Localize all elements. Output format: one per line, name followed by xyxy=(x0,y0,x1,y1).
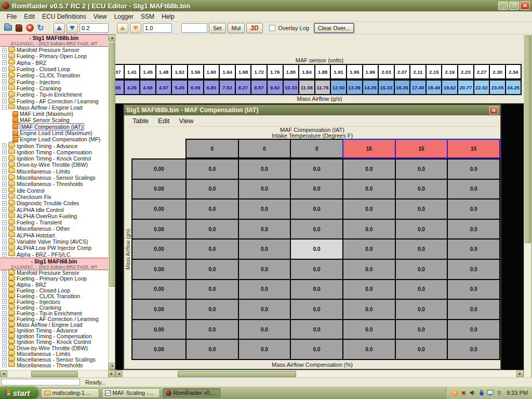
expand-icon[interactable]: + xyxy=(2,176,7,180)
map-cell[interactable]: 0.0 xyxy=(343,159,395,179)
expand-icon[interactable]: + xyxy=(2,79,7,84)
tree-category-ignition-timing-advance[interactable]: +Ignition Timing - Advance xyxy=(0,142,108,149)
close-image-icon[interactable]: ✕ xyxy=(25,23,34,33)
tree-category-manifold-pressure-sensor[interactable]: +Manifold Pressure Sensor xyxy=(0,47,108,53)
map-cell[interactable]: 0.0 xyxy=(291,220,342,239)
map-row-header[interactable]: 0.00 xyxy=(132,260,185,279)
refresh-icon[interactable]: ↻ xyxy=(36,23,45,33)
maf-volts-cell[interactable]: 1.64 xyxy=(219,64,236,79)
scroll-down-icon[interactable]: ▼ xyxy=(109,363,115,370)
expand-icon[interactable]: + xyxy=(2,156,7,161)
restore-button[interactable]: ❐ xyxy=(509,2,519,10)
map-row-header[interactable]: 0.00 xyxy=(132,180,185,199)
map-cell[interactable]: 0.0 xyxy=(448,260,499,279)
maf-volts-cell[interactable]: 1.80 xyxy=(283,64,300,79)
scrollbar-thumb[interactable] xyxy=(525,35,531,243)
expand-icon[interactable]: + xyxy=(2,99,7,103)
mass-airflow-cell[interactable]: 4.97 xyxy=(155,79,172,95)
status-input[interactable] xyxy=(1,379,80,385)
tree-category-alpha-brz[interactable]: +Alpha - BRZ xyxy=(0,60,108,66)
expand-icon[interactable]: + xyxy=(2,220,7,225)
map-cell[interactable]: 0.0 xyxy=(239,260,290,279)
map-cell[interactable]: 0.0 xyxy=(239,159,290,179)
map-row-header[interactable]: 0.00 xyxy=(132,320,185,339)
map-cell[interactable]: 0.0 xyxy=(187,159,238,179)
tree-category-ignition-timing-advance[interactable]: +Ignition Timing - Advance xyxy=(0,328,108,334)
maf-volts-cell[interactable]: 2.03 xyxy=(378,64,395,79)
expand-icon[interactable]: + xyxy=(2,246,7,250)
map-cell[interactable]: 0.0 xyxy=(448,200,499,219)
map-cell[interactable]: 0.0 xyxy=(291,260,342,279)
map-cell[interactable]: 0.0 xyxy=(187,220,238,239)
mass-airflow-cell[interactable]: 11.08 xyxy=(298,79,315,95)
map-cell[interactable]: 0.0 xyxy=(291,180,342,199)
map-cell[interactable]: 0.0 xyxy=(343,340,395,359)
tree-category-miscellaneous-sensor-scalings[interactable]: +Miscellaneous - Sensor Scalings xyxy=(0,356,108,362)
minimize-button[interactable]: _ xyxy=(498,2,508,10)
map-cell[interactable]: 0.0 xyxy=(239,180,290,199)
maf-volts-cell[interactable]: 2.19 xyxy=(441,64,458,79)
expand-icon[interactable]: + xyxy=(2,92,7,97)
map-cell[interactable]: 0.0 xyxy=(187,240,238,259)
expand-icon[interactable]: + xyxy=(2,214,7,218)
tree-category-alpha-brz-pfs-lc[interactable]: +Alpha - BRZ - PFS/LC xyxy=(0,251,108,258)
map-cell[interactable]: 0.0 xyxy=(239,320,290,339)
tree-category-drive-by-wire-throttle-dbw[interactable]: +Drive-by-Wire Throttle (DBW) xyxy=(0,345,108,351)
expand-icon[interactable]: + xyxy=(2,363,7,367)
tree-category-fueling-af-correction-learning[interactable]: +Fueling - AF Correction / Learning xyxy=(0,98,108,104)
taskbar-task-mafscaling-1[interactable]: mafscaling-1.... xyxy=(41,388,99,398)
map-cell[interactable]: 0.0 xyxy=(448,180,499,199)
scrollbar-thumb[interactable] xyxy=(31,371,78,377)
mass-airflow-cell[interactable]: 12.50 xyxy=(330,79,347,95)
map-row-header[interactable]: 0.00 xyxy=(132,159,185,179)
network-error-icon[interactable]: ✖ xyxy=(460,390,467,396)
tree-category-diagnostic-trouble-codes[interactable]: +Diagnostic Trouble Codes xyxy=(0,200,108,206)
3d-button[interactable]: 3D xyxy=(246,23,262,33)
map-row-header[interactable]: 0.00 xyxy=(132,200,185,219)
menu-help[interactable]: Help xyxy=(158,12,178,21)
mass-airflow-cell[interactable]: 4.68 xyxy=(139,79,156,95)
map-cell[interactable]: 0.0 xyxy=(291,320,342,339)
expand-icon[interactable]: + xyxy=(2,288,7,292)
tree-category-drive-by-wire-throttle-dbw[interactable]: +Drive-by-Wire Throttle (DBW) xyxy=(0,162,108,168)
expand-icon[interactable]: + xyxy=(2,271,7,275)
tree-category-ignition-timing-compensation[interactable]: +Ignition Timing - Compensation xyxy=(0,334,108,339)
tree-category-alpha-hotstart[interactable]: +ALPHA Hotstart xyxy=(0,232,108,238)
tree-category-mass-airflow-engine-load[interactable]: −Mass Airflow / Engine Load xyxy=(0,104,108,111)
scroll-right-icon[interactable]: ► xyxy=(516,370,524,378)
map-column-header[interactable]: 0 xyxy=(291,140,342,157)
map-cell[interactable]: 0.0 xyxy=(187,280,238,299)
mass-airflow-cell[interactable]: 4.25 xyxy=(124,79,141,95)
map-menu-view[interactable]: View xyxy=(175,116,197,126)
rom-header[interactable]: - Stg1 MAFt68.binZA1JA01C, : 2013 Subaru… xyxy=(0,258,108,270)
map-cell[interactable]: 0.0 xyxy=(396,320,447,339)
expand-icon[interactable]: + xyxy=(2,334,7,339)
map-cell[interactable]: 0.0 xyxy=(187,300,238,319)
tree-category-miscellaneous-thresholds[interactable]: +Miscellaneous - Thresholds xyxy=(0,362,108,368)
tree-category-idle-control[interactable]: +Idle Control xyxy=(0,188,108,194)
expand-icon[interactable]: + xyxy=(2,73,7,78)
taskbar-task-romraider-v0[interactable]: RomRaider v0... xyxy=(163,388,221,398)
maf-volts-cell[interactable]: 2.11 xyxy=(409,64,427,79)
map-cell[interactable]: 0.0 xyxy=(343,260,395,279)
expand-icon[interactable]: + xyxy=(2,163,7,167)
expand-icon[interactable]: + xyxy=(2,311,7,316)
maf-volts-cell[interactable]: 1.72 xyxy=(250,64,268,79)
mass-airflow-cell[interactable]: 10.33 xyxy=(283,79,300,95)
mass-airflow-cell[interactable]: 5.45 xyxy=(171,79,188,95)
map-cell[interactable]: 0.0 xyxy=(448,300,499,319)
fine-increment-button[interactable] xyxy=(117,23,128,33)
start-button[interactable]: start xyxy=(0,387,38,399)
coarse-increment-input[interactable] xyxy=(79,23,109,33)
maf-volts-cell[interactable]: 1.41 xyxy=(124,64,141,79)
maf-volts-cell[interactable]: 1.68 xyxy=(235,64,252,79)
tree-category-alpha-overrun-fueling[interactable]: +ALPHA OverRun Fueling xyxy=(0,213,108,219)
mass-airflow-cell[interactable]: 8.27 xyxy=(235,79,252,95)
mass-airflow-cell[interactable]: 23.05 xyxy=(489,79,506,95)
map-cell[interactable]: 0.0 xyxy=(343,300,395,319)
mass-airflow-cell[interactable]: 11.76 xyxy=(314,79,331,95)
tree-category-fueling-transient[interactable]: +Fueling - Transient xyxy=(0,219,108,225)
expand-icon[interactable]: + xyxy=(2,328,7,333)
map-cell[interactable]: 0.0 xyxy=(396,159,447,179)
map-cell[interactable]: 0.0 xyxy=(343,220,395,239)
